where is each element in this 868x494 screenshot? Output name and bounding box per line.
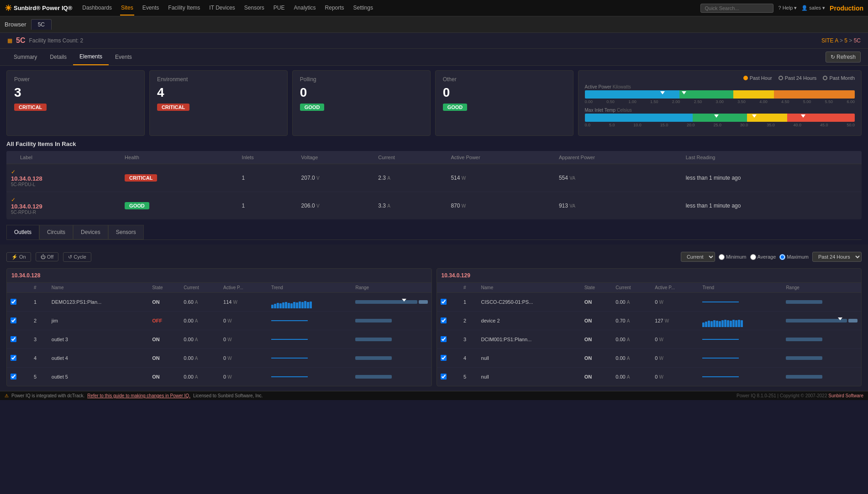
table-row[interactable]: ✓ 10.34.0.129 5C-RPDU-R GOOD 1 206.0 V 3… (6, 192, 862, 220)
outlet-p2-checkbox-3[interactable] (441, 336, 447, 342)
nav-it-devices[interactable]: IT Devices (208, 1, 236, 16)
outlet-p2-checkbox-4[interactable] (441, 355, 447, 361)
outlet-row[interactable]: 1 CISCO-C2950-01:PS... ON 0.00 A 0 W (437, 293, 862, 312)
tab-summary[interactable]: Summary (7, 49, 43, 65)
page-title: 5C (16, 36, 25, 45)
tab-details[interactable]: Details (43, 49, 73, 65)
trend-bar (735, 320, 737, 327)
trend-bar (288, 303, 290, 308)
row2-active-power: 870 W (446, 192, 554, 220)
chart-option-past-24h[interactable]: Past 24 Hours (779, 75, 817, 81)
row2-inlets: 1 (237, 192, 297, 220)
outlet-state-2: OFF (148, 312, 180, 330)
nav-sensors[interactable]: Sensors (243, 1, 265, 16)
outlet-row[interactable]: 2 device 2 ON 0.70 A 127 W (437, 312, 862, 330)
nav-pue[interactable]: PUE (273, 1, 286, 16)
average-radio[interactable] (750, 254, 756, 260)
power-badge: CRITICAL (14, 104, 47, 111)
outlet-p2-range-2 (782, 312, 861, 330)
chart-option-past-month[interactable]: Past Month (823, 75, 855, 81)
tab-devices[interactable]: Devices (73, 225, 108, 239)
nav-facility-items[interactable]: Facility Items (167, 1, 201, 16)
outlet-p2-range-3 (782, 330, 861, 349)
outlet-p2-trend-3 (699, 330, 782, 349)
search-input[interactable] (700, 4, 773, 13)
outlet-p2-checkbox-1[interactable] (441, 299, 447, 305)
row1-active-power: 514 W (446, 164, 554, 192)
outlet-range-2 (352, 312, 431, 330)
outlet-check-2 (7, 312, 30, 330)
outlet-row[interactable]: 2 jim OFF 0.00 A 0 W (7, 312, 431, 330)
th-range: Range (352, 283, 431, 293)
trend-bar (713, 320, 715, 327)
tab-outlets[interactable]: Outlets (6, 225, 39, 239)
warning-icon: ⚠ (5, 393, 9, 398)
tab-sensors[interactable]: Sensors (108, 225, 144, 239)
licensed-text: Licensed to Sunbird Software, Inc. (193, 393, 263, 398)
outlet-checkbox-3[interactable] (11, 336, 16, 342)
outlet-checkbox-2[interactable] (11, 317, 16, 323)
outlet-p2-state-4: ON (581, 349, 612, 368)
outlet-panel-128: 10.34.0.128 # Name State Current Active … (6, 268, 432, 386)
outlet-num-5: 5 (30, 368, 48, 386)
outlet-row[interactable]: 4 null ON 0.00 A 0 W (437, 349, 862, 368)
dctrack-link[interactable]: Refer to this guide to making changes in… (87, 393, 190, 398)
outlet-row[interactable]: 4 outlet 4 ON 0.00 A 0 W (7, 349, 431, 368)
env-value: 4 (157, 85, 280, 100)
stat-card-other: Other 0 GOOD (435, 70, 573, 136)
nav-analytics[interactable]: Analytics (293, 1, 317, 16)
browser-tab-5c[interactable]: 5C (31, 19, 52, 30)
cycle-button[interactable]: ↺ Cycle (63, 252, 91, 262)
nav-reports[interactable]: Reports (324, 1, 345, 16)
flat-trend (702, 358, 739, 359)
time-range-select[interactable]: Past 24 Hours (812, 252, 862, 262)
trend-bar (732, 320, 735, 327)
nav-events[interactable]: Events (142, 1, 160, 16)
outlet-power-2: 0 W (220, 312, 268, 330)
off-button[interactable]: ⏻ Off (36, 252, 59, 261)
outlet-p2-current-3: 0.00 A (612, 330, 651, 349)
table-row[interactable]: ✓ 10.34.0.128 5C-RPDU-L CRITICAL 1 207.0… (6, 164, 862, 192)
outlet-p2-checkbox-2[interactable] (441, 317, 447, 323)
row1-last-reading: less than 1 minute ago (681, 164, 862, 192)
outlet-table-128: # Name State Current Active P... Trend R… (7, 283, 431, 386)
outlet-row[interactable]: 3 DCIM001:PS1:Plann... ON 0.00 A 0 W (437, 330, 862, 349)
outlet-trend-1 (268, 293, 352, 312)
empty-range (786, 300, 822, 304)
refresh-button[interactable]: ↻ Refresh (826, 52, 861, 62)
maximum-radio[interactable] (779, 254, 785, 260)
current-select[interactable]: Current (681, 252, 715, 262)
outlet-checkbox-4[interactable] (11, 355, 16, 361)
outlet-p2-power-5: 0 W (651, 368, 699, 386)
minimum-radio[interactable] (719, 254, 725, 260)
env-badge: CRITICAL (157, 104, 189, 111)
temp-marker-1 (714, 114, 719, 118)
on-button[interactable]: ⚡ On (6, 252, 31, 262)
outlet-row[interactable]: 5 outlet 5 ON 0.00 A 0 W (7, 368, 431, 386)
outlet-row[interactable]: 3 outlet 3 ON 0.00 A 0 W (7, 330, 431, 349)
outlet-row[interactable]: 1 DEMO123:PS1:Plan... ON 0.60 A 114 W (7, 293, 431, 312)
sunbird-link[interactable]: Sunbird Software (828, 393, 863, 398)
nav-dashboards[interactable]: Dashboards (81, 1, 113, 16)
flat-trend (271, 320, 308, 321)
outlet-p2-checkbox-5[interactable] (441, 374, 447, 380)
trend-bar (702, 322, 705, 327)
chart-row-active-power: Active Power Kilowatts 0.000.501.001.502… (585, 84, 855, 104)
nav-sites[interactable]: Sites (120, 1, 134, 16)
help-button[interactable]: ? Help ▾ (778, 5, 797, 11)
outlet-num-4: 4 (30, 349, 48, 368)
outlet-checkbox-5[interactable] (11, 374, 16, 380)
trend-bars-p2-2 (702, 314, 779, 327)
row2-device-name: 10.34.0.129 (11, 203, 116, 210)
outlet-checkbox-1[interactable] (11, 299, 16, 305)
tab-circuits[interactable]: Circuits (39, 225, 73, 239)
tab-elements[interactable]: Elements (73, 49, 109, 65)
empty-range (355, 375, 392, 379)
trend-bar (708, 321, 710, 327)
tab-events[interactable]: Events (109, 49, 138, 65)
user-menu[interactable]: 👤 sales ▾ (801, 5, 825, 11)
outlet-row[interactable]: 5 null ON 0.00 A 0 W (437, 368, 862, 386)
chart-option-past-hour[interactable]: Past Hour (743, 75, 772, 81)
outlet-current-3: 0.00 A (180, 330, 220, 349)
nav-settings[interactable]: Settings (352, 1, 374, 16)
